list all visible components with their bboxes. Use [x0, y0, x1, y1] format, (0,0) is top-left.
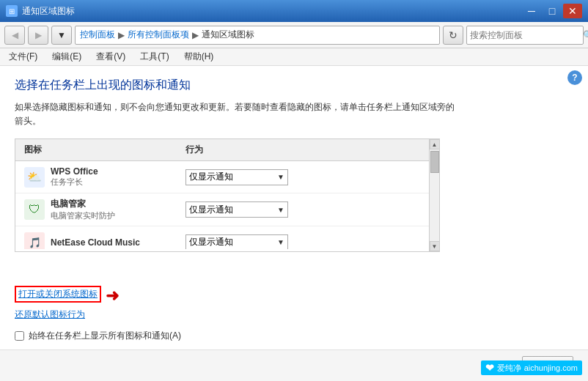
maximize-button[interactable]: □ — [543, 4, 562, 18]
table-body: ⛅ WPS Office 任务字长 仅显示通知 ▼ — [15, 161, 439, 249]
breadcrumb-all-items[interactable]: 所有控制面板项 — [128, 29, 189, 41]
table-row: 🎵 NetEase Cloud Music 仅显示通知 ▼ — [15, 226, 439, 249]
pcmgr-text: 电脑管家 电脑管家实时防护 — [51, 198, 115, 221]
breadcrumb-control-panel[interactable]: 控制面板 — [80, 29, 115, 41]
pcmgr-icon: 🛡 — [24, 199, 45, 220]
scroll-down-button[interactable]: ▼ — [430, 241, 440, 251]
always-show-label: 始终在任务栏上显示所有图标和通知(A) — [29, 330, 181, 342]
netease-dropdown-arrow: ▼ — [277, 238, 284, 246]
icon-cell-wps: ⛅ WPS Office 任务字长 — [24, 166, 185, 188]
wps-text: WPS Office 任务字长 — [51, 166, 98, 188]
wps-name: WPS Office — [51, 166, 98, 177]
window-icon: ⊞ — [6, 5, 18, 17]
page-title: 选择在任务栏上出现的图标和通知 — [15, 78, 573, 93]
netease-behavior-value: 仅显示通知 — [189, 236, 233, 248]
open-system-icons-link[interactable]: 打开或关闭系统图标 — [15, 286, 101, 303]
col-header-icon: 图标 — [24, 144, 185, 156]
watermark-url: aichunjing.com — [524, 363, 578, 372]
netease-text: NetEase Cloud Music — [51, 237, 140, 248]
arrow-indicator: ➜ — [106, 286, 119, 306]
breadcrumb-bar: 控制面板 ▶ 所有控制面板项 ▶ 通知区域图标 — [75, 26, 440, 45]
window-title: 通知区域图标 — [22, 5, 75, 18]
icon-cell-pcmgr: 🛡 电脑管家 电脑管家实时防护 — [24, 198, 185, 221]
table-row: 🛡 电脑管家 电脑管家实时防护 仅显示通知 ▼ — [15, 193, 439, 226]
wps-icon: ⛅ — [24, 167, 45, 188]
pcmgr-name: 电脑管家 — [51, 198, 115, 210]
refresh-button[interactable]: ↻ — [443, 26, 463, 45]
wps-icon-char: ⛅ — [27, 170, 42, 184]
window-controls: ─ □ ✕ — [522, 4, 582, 18]
restore-defaults-link[interactable]: 还原默认图标行为 — [15, 308, 573, 321]
forward-button[interactable]: ▶ — [28, 26, 48, 45]
pcmgr-dropdown-arrow: ▼ — [277, 206, 284, 214]
netease-behavior-dropdown[interactable]: 仅显示通知 ▼ — [185, 234, 288, 250]
always-show-checkbox-row: 始终在任务栏上显示所有图标和通知(A) — [15, 327, 573, 345]
titlebar: ⊞ 通知区域图标 ─ □ ✕ — [0, 0, 588, 22]
pcmgr-sub: 电脑管家实时防护 — [51, 210, 115, 221]
icons-table: 图标 行为 ⛅ WPS Office 任务字长 — [15, 138, 440, 252]
search-bar: 🔍 — [466, 26, 584, 45]
behavior-cell-pcmgr: 仅显示通知 ▼ — [185, 201, 430, 218]
always-show-checkbox[interactable] — [15, 331, 24, 341]
breadcrumb-sep-1: ▶ — [118, 30, 125, 40]
pcmgr-behavior-dropdown[interactable]: 仅显示通知 ▼ — [185, 201, 288, 218]
table-row: ⛅ WPS Office 任务字长 仅显示通知 ▼ — [15, 161, 439, 193]
wps-dropdown-arrow: ▼ — [277, 173, 284, 181]
behavior-cell-wps: 仅显示通知 ▼ — [185, 169, 430, 185]
icon-cell-netease: 🎵 NetEase Cloud Music — [24, 232, 185, 250]
pcmgr-behavior-value: 仅显示通知 — [189, 204, 233, 216]
page-description: 如果选择隐藏图标和通知，则不会向您通知更改和更新。若要随时查看隐藏的图标，请单击… — [15, 100, 455, 128]
help-icon[interactable]: ? — [567, 70, 582, 85]
wps-behavior-dropdown[interactable]: 仅显示通知 ▼ — [185, 169, 288, 185]
scrollbar[interactable]: ▲ ▼ — [429, 139, 439, 251]
menu-view[interactable]: 查看(V) — [93, 49, 128, 64]
menu-edit[interactable]: 编辑(E) — [49, 49, 84, 64]
search-input[interactable] — [470, 30, 580, 40]
breadcrumb-sep-2: ▶ — [192, 30, 199, 40]
menubar: 文件(F) 编辑(E) 查看(V) 工具(T) 帮助(H) — [0, 48, 588, 66]
wps-sub: 任务字长 — [51, 177, 98, 188]
netease-name: NetEase Cloud Music — [51, 237, 140, 248]
scroll-thumb[interactable] — [430, 151, 439, 173]
col-header-behavior: 行为 — [185, 144, 430, 156]
menu-help[interactable]: 帮助(H) — [181, 49, 217, 64]
watermark-heart: ❤ — [485, 362, 494, 374]
links-section: 打开或关闭系统图标 ➜ 还原默认图标行为 始终在任务栏上显示所有图标和通知(A) — [0, 278, 588, 349]
main-content: 选择在任务栏上出现的图标和通知 如果选择隐藏图标和通知，则不会向您通知更改和更新… — [0, 66, 588, 381]
breadcrumb-current: 通知区域图标 — [202, 29, 254, 41]
search-icon: 🔍 — [583, 30, 588, 40]
pcmgr-icon-char: 🛡 — [29, 203, 40, 216]
minimize-button[interactable]: ─ — [522, 4, 541, 18]
menu-file[interactable]: 文件(F) — [6, 49, 40, 64]
behavior-cell-netease: 仅显示通知 ▼ — [185, 234, 430, 250]
netease-icon-char: 🎵 — [29, 237, 41, 248]
addressbar: ◀ ▶ ▼ 控制面板 ▶ 所有控制面板项 ▶ 通知区域图标 ↻ 🔍 — [0, 22, 588, 48]
menu-tools[interactable]: 工具(T) — [137, 49, 172, 64]
watermark: ❤ 爱纯净 aichunjing.com — [481, 360, 582, 375]
close-button[interactable]: ✕ — [563, 4, 582, 18]
scroll-up-button[interactable]: ▲ — [430, 139, 440, 149]
watermark-logo: 爱纯净 — [497, 363, 521, 374]
dropdown-button[interactable]: ▼ — [51, 26, 72, 45]
netease-icon: 🎵 — [24, 232, 45, 250]
wps-behavior-value: 仅显示通知 — [189, 171, 233, 183]
table-header: 图标 行为 — [15, 139, 439, 161]
back-button[interactable]: ◀ — [4, 26, 25, 45]
